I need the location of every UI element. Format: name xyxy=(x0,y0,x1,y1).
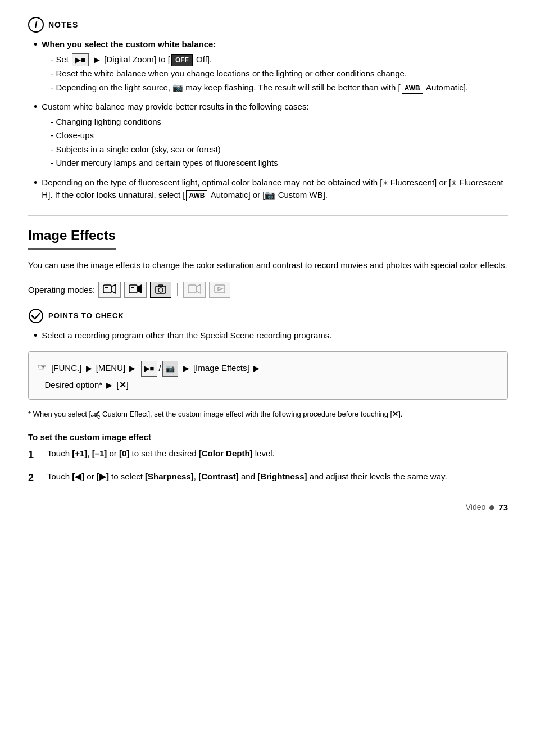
custom-wb-icon: 📷 xyxy=(265,190,275,200)
sub-item-2-3: Subjects in a single color (sky, sea or … xyxy=(51,143,308,156)
notes-section: i NOTES When you select the custom white… xyxy=(28,17,508,202)
custom-effect-header: To set the custom image effect xyxy=(28,432,508,442)
step-2-num: 2 xyxy=(28,470,39,486)
svg-point-13 xyxy=(29,309,43,323)
arrow-effects: ▶ xyxy=(253,361,260,375)
checkmark-circle-icon xyxy=(28,308,44,324)
arrow-menu: ▶ xyxy=(129,361,135,375)
svg-marker-4 xyxy=(137,284,142,293)
operating-modes-row: Operating modes: xyxy=(28,282,508,298)
playback-mode-icon xyxy=(188,284,201,294)
image-effects-section: Image Effects You can use the image effe… xyxy=(28,228,508,486)
notes-header: i NOTES xyxy=(28,17,508,33)
svg-rect-0 xyxy=(103,285,111,293)
camera-mode-icon xyxy=(155,284,166,294)
video-mode-icon xyxy=(103,284,116,294)
points-list: Select a recording program other than th… xyxy=(28,329,508,342)
off-badge: OFF xyxy=(171,54,193,66)
footer-label: Video xyxy=(466,503,486,511)
page-number: 73 xyxy=(498,503,508,512)
movie-btn-icon: ▶■ xyxy=(72,53,89,67)
notes-item-1: When you select the custom white balance… xyxy=(34,38,508,95)
bullet-3-content: Depending on the type of fluorescent lig… xyxy=(42,176,508,202)
photo-menu-btn: 📷 xyxy=(162,361,178,376)
mode-btn-2 xyxy=(124,282,147,298)
sub-item-1-3: Depending on the light source, 📷 may kee… xyxy=(51,82,468,94)
sub-item-2-4: Under mercury lamps and certain types of… xyxy=(51,157,308,170)
bullet-1-content: When you select the custom white balance… xyxy=(42,38,468,95)
svg-rect-5 xyxy=(131,287,134,288)
arrow-mode: ▶ xyxy=(183,361,189,375)
bullet-2-content: Custom white balance may provide better … xyxy=(42,101,308,171)
x-button-label: ✕ xyxy=(119,380,126,390)
notes-list: When you select the custom white balance… xyxy=(28,38,508,202)
operating-modes-label: Operating modes: xyxy=(28,285,95,295)
x-ref: ✕ xyxy=(392,410,398,418)
playback-photo-icon xyxy=(214,284,225,294)
sub-item-1-2: Reset the white balance when you change … xyxy=(51,67,468,80)
section-title: Image Effects xyxy=(28,228,116,250)
svg-rect-3 xyxy=(129,285,137,293)
mode-btn-3 xyxy=(150,282,171,298)
movie-menu-btn: ▶■ xyxy=(141,361,158,376)
bullet-1-title: When you select the custom white balance… xyxy=(42,39,216,49)
svg-marker-10 xyxy=(196,284,201,293)
video-mode-2-icon xyxy=(129,284,142,294)
points-item-1-text: Select a recording program other than th… xyxy=(42,329,331,342)
step-2-text: Touch [◀] or [▶] to select [Sharpness], … xyxy=(47,470,447,483)
arrow-1: ▶ xyxy=(94,54,100,66)
arrow-func: ▶ xyxy=(86,361,92,375)
sub-item-2-1: Changing lighting conditions xyxy=(51,116,308,129)
mode-btn-5 xyxy=(209,282,230,298)
flash-icon: 📷 xyxy=(172,83,183,92)
step-1: 1 Touch [+1], [–1] or [0] to set the des… xyxy=(28,447,508,463)
svg-marker-1 xyxy=(111,284,116,293)
points-title: POINTS TO CHECK xyxy=(48,311,124,320)
notes-item-2: Custom white balance may provide better … xyxy=(34,101,508,171)
step-2: 2 Touch [◀] or [▶] to select [Sharpness]… xyxy=(28,470,508,486)
svg-rect-2 xyxy=(105,287,108,288)
info-icon: i xyxy=(28,17,44,33)
notes-title: NOTES xyxy=(48,20,78,29)
arrow-option: ▶ xyxy=(106,378,112,392)
step-1-text: Touch [+1], [–1] or [0] to set the desir… xyxy=(47,447,275,460)
section-divider xyxy=(28,215,508,216)
notes-item-3: Depending on the type of fluorescent lig… xyxy=(34,176,508,202)
points-to-check-header: POINTS TO CHECK xyxy=(28,308,508,324)
custom-effect-icon: 𝒜 xyxy=(91,410,97,418)
mode-btn-4 xyxy=(183,282,206,298)
bullet-2-sublist: Changing lighting conditions Close-ups S… xyxy=(42,116,308,170)
mode-btn-1 xyxy=(98,282,121,298)
footer-separator: ◆ xyxy=(489,503,495,511)
page-footer: Video ◆ 73 xyxy=(28,503,508,512)
footnote-text: * When you select [𝒜c Custom Effect], se… xyxy=(28,409,508,421)
awb-badge-2: AWB xyxy=(186,190,207,201)
steps-list: 1 Touch [+1], [–1] or [0] to set the des… xyxy=(28,447,508,486)
points-item-1: Select a recording program other than th… xyxy=(34,329,508,342)
step-1-num: 1 xyxy=(28,447,39,463)
svg-marker-12 xyxy=(218,287,222,291)
sub-item-2-2: Close-ups xyxy=(51,129,308,142)
mode-separator xyxy=(177,283,178,296)
svg-point-7 xyxy=(158,288,163,292)
svg-rect-9 xyxy=(188,285,196,293)
section-description: You can use the image effects to change … xyxy=(28,259,508,271)
instruction-box: ☞ [FUNC.] ▶ [MENU] ▶ ▶■/📷 ▶ [Image Effec… xyxy=(28,351,508,400)
sub-item-1-1: Set ▶■ ▶ [Digital Zoom] to [OFF Off]. xyxy=(51,53,468,67)
awb-badge-1: AWB xyxy=(402,83,423,94)
func-icon: ☞ xyxy=(38,359,47,377)
bullet-1-sublist: Set ▶■ ▶ [Digital Zoom] to [OFF Off]. Re… xyxy=(42,53,468,94)
